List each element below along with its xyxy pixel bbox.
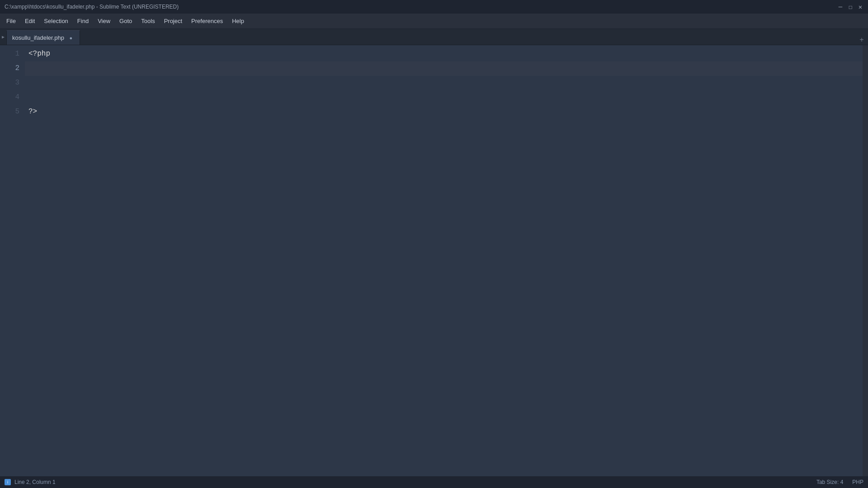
code-editor[interactable]: <?php ?> <box>25 45 863 476</box>
menu-edit[interactable]: Edit <box>20 16 39 26</box>
syntax-label[interactable]: PHP <box>852 479 863 485</box>
line-number-4: 4 <box>4 90 19 105</box>
close-button[interactable]: ✕ <box>857 4 863 10</box>
menu-tools[interactable]: Tools <box>137 16 159 26</box>
menu-bar: File Edit Selection Find View Goto Tools… <box>0 14 868 29</box>
line-numbers: 1 2 3 4 5 <box>0 45 25 476</box>
status-left: i Line 2, Column 1 <box>5 479 56 485</box>
php-open-tag: <?php <box>28 48 50 60</box>
code-line-4 <box>25 90 863 105</box>
status-bar: i Line 2, Column 1 Tab Size: 4 PHP <box>0 476 868 488</box>
add-tab-button[interactable]: + <box>857 36 866 45</box>
code-line-5: ?> <box>25 105 863 119</box>
menu-view[interactable]: View <box>93 16 115 26</box>
menu-find[interactable]: Find <box>73 16 93 26</box>
window-controls: — ☐ ✕ <box>837 4 863 10</box>
editor-tab[interactable]: kosullu_ifadeler.php ● <box>6 30 80 45</box>
title-bar: C:\xampp\htdocs\kosullu_ifadeler.php - S… <box>0 0 868 14</box>
tab-close-button[interactable]: ● <box>68 35 74 41</box>
line-number-5: 5 <box>4 105 19 119</box>
status-icon: i <box>5 479 11 485</box>
menu-project[interactable]: Project <box>160 16 187 26</box>
menu-file[interactable]: File <box>2 16 20 26</box>
line-number-2: 2 <box>4 61 19 76</box>
line-number-3: 3 <box>4 76 19 90</box>
tab-scroll-left[interactable]: ▶ <box>0 29 6 45</box>
code-line-2 <box>25 61 863 76</box>
minimap <box>863 45 868 476</box>
tab-size[interactable]: Tab Size: 4 <box>816 479 843 485</box>
maximize-button[interactable]: ☐ <box>847 4 854 10</box>
window-title: C:\xampp\htdocs\kosullu_ifadeler.php - S… <box>5 4 179 10</box>
menu-selection[interactable]: Selection <box>39 16 72 26</box>
menu-help[interactable]: Help <box>227 16 249 26</box>
tab-bar: ▶ kosullu_ifadeler.php ● + <box>0 29 868 45</box>
cursor-position: Line 2, Column 1 <box>14 479 56 485</box>
status-right: Tab Size: 4 PHP <box>816 479 863 485</box>
code-line-1: <?php <box>25 47 863 61</box>
code-line-3 <box>25 76 863 90</box>
tab-arrow-icon: ▶ <box>2 34 5 40</box>
menu-preferences[interactable]: Preferences <box>187 16 227 26</box>
php-close-tag: ?> <box>28 106 37 118</box>
editor-area: 1 2 3 4 5 <?php ?> <box>0 45 868 476</box>
line-number-1: 1 <box>4 47 19 61</box>
minimize-button[interactable]: — <box>837 4 844 10</box>
menu-goto[interactable]: Goto <box>115 16 137 26</box>
tab-label: kosullu_ifadeler.php <box>12 34 64 41</box>
